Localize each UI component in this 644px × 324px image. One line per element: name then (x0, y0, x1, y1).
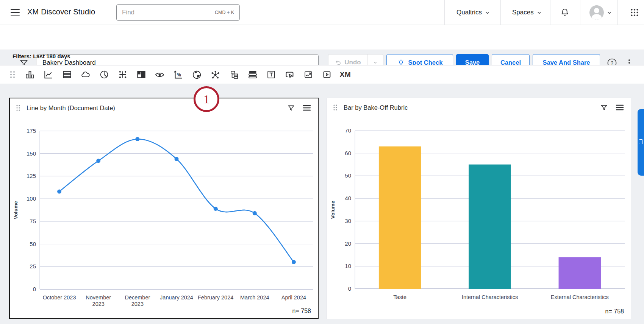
tool-hierarchy[interactable] (225, 65, 243, 84)
pie-chart-icon (99, 70, 109, 79)
spaces-menu[interactable]: Spaces (512, 0, 541, 25)
filter-icon (287, 104, 295, 112)
text-box-icon (266, 70, 276, 79)
svg-text:Internal Characteristics: Internal Characteristics (462, 294, 518, 300)
stacked-bars-icon (247, 69, 258, 80)
svg-text:100: 100 (27, 195, 36, 202)
annotation-step-1: 1 (194, 86, 219, 112)
widget-menu-button[interactable] (302, 103, 312, 113)
bar-chart-widget[interactable]: Bar by Bake-Off Rubric 010203040506070Vo… (327, 98, 631, 319)
network-icon (210, 70, 220, 80)
notifications-button[interactable] (560, 0, 570, 25)
tool-percent-trend[interactable]: % (169, 65, 188, 84)
svg-text:Taste: Taste (393, 294, 406, 300)
svg-text:75: 75 (30, 218, 36, 224)
svg-text:50: 50 (30, 241, 36, 247)
svg-text:%: % (177, 72, 181, 78)
hamburger-menu-icon (303, 104, 311, 111)
widget-filter-button[interactable] (599, 103, 609, 112)
image-icon (303, 70, 313, 79)
svg-text:0: 0 (348, 285, 351, 292)
tool-preview[interactable] (150, 65, 169, 84)
account-menu[interactable] (589, 0, 611, 25)
widget-filter-button[interactable] (286, 103, 296, 113)
line-chart: 0255075100125150175VolumeOctober 2023Nov… (10, 117, 318, 316)
widget-title: Line by Month (Document Date) (27, 104, 115, 112)
divider (617, 0, 618, 25)
search-placeholder: Find (122, 9, 215, 16)
tool-video[interactable] (317, 65, 336, 84)
filters-summary: Filters: Last 180 days (13, 53, 70, 59)
tool-line-chart[interactable] (39, 65, 58, 84)
qualtrics-menu[interactable]: Qualtrics (456, 0, 489, 25)
svg-text:November2023: November2023 (86, 294, 111, 307)
tool-bar-chart[interactable] (20, 65, 39, 84)
xm-logo: XM (340, 70, 351, 79)
tool-text[interactable] (262, 65, 280, 84)
widget-menu-button[interactable] (615, 103, 625, 112)
panel-expand-icon (639, 139, 643, 144)
svg-text:20: 20 (345, 240, 351, 247)
chevron-down-icon (607, 11, 611, 15)
video-icon (322, 70, 332, 79)
svg-text:External Characteristics: External Characteristics (551, 294, 609, 300)
svg-text:30: 30 (345, 218, 351, 224)
widget-header: Line by Month (Document Date) (10, 98, 318, 117)
tool-metric[interactable] (113, 65, 132, 84)
divider (550, 0, 550, 25)
svg-text:175: 175 (27, 128, 36, 134)
global-search-input[interactable]: Find CMD + K (116, 4, 240, 21)
sample-size-label: n= 758 (292, 308, 311, 315)
annotation-number: 1 (203, 92, 209, 106)
chevron-down-icon (373, 61, 377, 65)
tool-xm[interactable]: XM (336, 65, 355, 84)
sample-size-label: n= 758 (605, 308, 624, 315)
tool-pie-chart[interactable] (95, 65, 113, 84)
filter-icon (600, 104, 608, 112)
toolbar-drag-handle[interactable] (5, 65, 20, 84)
line-chart-icon (44, 70, 53, 79)
metric-icon (118, 70, 128, 79)
svg-text:25: 25 (30, 263, 36, 269)
tool-stacked-list[interactable] (243, 65, 262, 84)
tool-table[interactable] (58, 65, 76, 84)
bar-chart-icon (25, 70, 35, 79)
svg-text:January 2024: January 2024 (160, 294, 193, 301)
tool-word-cloud[interactable] (76, 65, 95, 84)
spaces-label: Spaces (512, 9, 534, 16)
tool-map[interactable] (188, 65, 206, 84)
tool-heatmap[interactable] (132, 65, 150, 84)
svg-text:December2023: December2023 (125, 294, 150, 307)
svg-text:60: 60 (345, 150, 351, 156)
qualtrics-label: Qualtrics (456, 9, 482, 16)
app-switcher-button[interactable] (630, 0, 639, 25)
table-icon (62, 70, 72, 79)
widget-title: Bar by Bake-Off Rubric (344, 104, 408, 111)
widget-drag-handle-icon[interactable] (16, 104, 20, 111)
cloud-icon (81, 70, 91, 79)
svg-text:125: 125 (27, 173, 36, 179)
line-chart-widget[interactable]: Line by Month (Document Date) 0255075100… (9, 98, 319, 319)
svg-text:10: 10 (345, 263, 351, 269)
hierarchy-icon (229, 70, 239, 79)
right-panel-handle[interactable] (638, 109, 644, 176)
main-menu-icon[interactable] (11, 9, 20, 16)
divider (500, 0, 501, 25)
percent-trend-icon: % (173, 70, 183, 80)
tool-image[interactable] (299, 65, 317, 84)
svg-text:50: 50 (345, 172, 351, 179)
tool-network[interactable] (206, 65, 225, 84)
eye-icon (155, 70, 165, 80)
apps-grid-icon (630, 8, 639, 17)
bar-chart: 010203040506070VolumeTasteInternal Chara… (327, 117, 631, 315)
tool-button[interactable] (280, 65, 299, 84)
dashboard-edit-bar: Undo Spot Check Save Cancel Save And Sha… (0, 25, 644, 50)
svg-text:40: 40 (345, 195, 351, 201)
widget-drag-handle-icon[interactable] (333, 104, 338, 111)
svg-text:Volume: Volume (330, 201, 336, 219)
widget-header: Bar by Bake-Off Rubric (327, 98, 631, 117)
globe-icon (192, 70, 202, 80)
heatmap-icon (136, 70, 146, 79)
drag-handle-icon (9, 70, 16, 79)
search-shortcut-hint: CMD + K (215, 10, 234, 15)
